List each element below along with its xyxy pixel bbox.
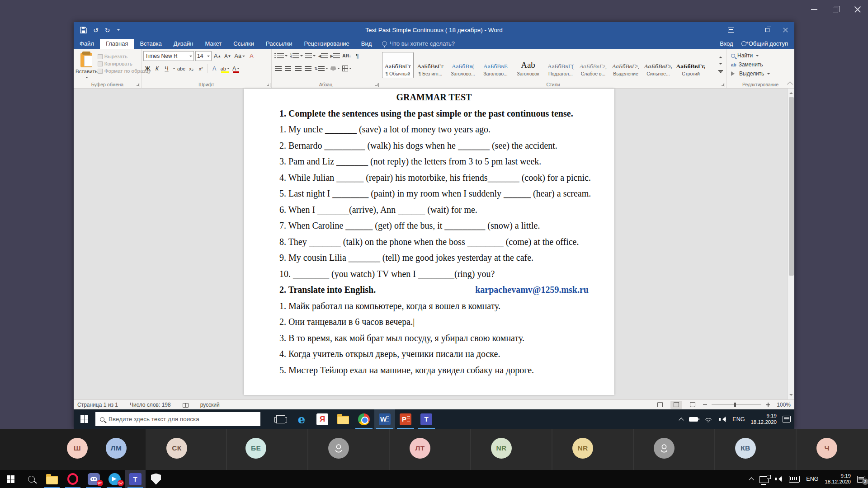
undo-icon[interactable]: ↺ [93,27,99,34]
clock[interactable]: 9:1918.12.2020 [750,413,777,425]
document-page[interactable]: GRAMMAR TEST 1. Complete the sentences u… [244,89,614,395]
word-restore-button[interactable] [758,22,776,38]
ribbon-tab[interactable]: Ссылки [227,39,260,49]
zoom-level[interactable]: 100% [774,402,791,408]
paste-button[interactable]: Вставить [75,51,98,80]
page-indicator[interactable]: Страница 1 из 1 [77,402,118,408]
shared-start-button[interactable] [74,409,94,429]
scroll-up-icon[interactable] [789,90,793,94]
discord-taskbar-button[interactable]: 9+ [83,470,104,488]
host-start-button[interactable] [0,470,21,488]
italic-button[interactable]: К [153,64,161,73]
vertical-scrollbar[interactable] [788,89,794,399]
task-view-button[interactable] [270,409,291,429]
clear-formatting-button[interactable]: А [247,52,256,61]
bold-button[interactable]: Ж [143,64,152,73]
align-right-button[interactable] [293,64,303,73]
scrollbar-thumb[interactable] [789,97,794,276]
styles-more-button[interactable] [718,70,723,75]
style-chip[interactable]: АаБбВвГг, Выделение [610,52,642,78]
style-chip[interactable]: АаБбВвГг ¶ Без инт... [415,52,446,78]
style-chip[interactable]: Аab Заголовок [512,52,544,78]
increase-indent-button[interactable]: ▶ [329,51,341,61]
style-chip[interactable]: АаБбВвЕ Заголово... [480,52,511,78]
wifi-icon[interactable] [704,416,713,422]
style-chip[interactable]: АаБбВвГ( Подзагол... [545,52,576,78]
zoom-in-button[interactable] [766,403,770,407]
align-left-button[interactable] [274,64,283,73]
chevron-up-icon[interactable] [749,477,754,482]
teams-taskbar-button[interactable]: T [416,409,437,429]
zoom-out-button[interactable] [703,404,707,405]
ribbon-tab[interactable]: Дизайн [168,39,199,49]
word-minimize-button[interactable] [740,22,758,38]
language-indicator[interactable]: русский [200,402,220,408]
participant[interactable]: КВ [735,438,756,459]
host-search-button[interactable] [21,470,42,488]
style-chip[interactable]: АаБбВвГг ¶ Обычный [382,52,414,78]
powerpoint-taskbar-button[interactable]: P [395,409,416,429]
read-mode-button[interactable] [654,401,666,409]
zoom-slider[interactable] [712,404,761,405]
opera-taskbar-button[interactable] [62,470,83,488]
styles-dialog-launcher[interactable] [721,83,725,87]
justify-button[interactable] [303,64,313,73]
ribbon-tab[interactable]: Макет [199,39,227,49]
shared-search-box[interactable]: Введите здесь текст для поиска [95,412,260,426]
decrease-indent-button[interactable]: ◀ [317,51,329,61]
strikethrough-button[interactable]: abc [176,64,186,73]
sort-button[interactable]: АЯ↓ [341,51,352,61]
subscript-button[interactable]: x₂ [187,64,196,73]
print-layout-button[interactable] [670,401,682,409]
shading-button[interactable] [330,64,341,73]
speaker-icon[interactable] [719,416,726,422]
web-layout-button[interactable] [687,401,698,409]
participant[interactable]: ЛМ [106,438,127,459]
outer-restore-button[interactable] [830,5,842,14]
battery-icon[interactable] [689,417,698,422]
speaker-icon[interactable] [775,476,783,482]
change-case-button[interactable]: Аа [234,52,246,61]
edge-taskbar-button[interactable]: e [291,409,312,429]
style-chip[interactable]: АаБбВв( Заголово... [447,52,479,78]
language-badge[interactable]: ENG [806,476,818,482]
shrink-font-button[interactable]: А▼ [223,52,232,61]
text-effects-button[interactable]: А [210,64,219,73]
share-button[interactable]: Общий доступ [741,40,788,47]
styles-scroll-up-icon[interactable] [719,55,722,58]
notification-center-icon[interactable]: 2 [857,476,865,483]
participant[interactable] [654,438,675,459]
show-marks-button[interactable]: ¶ [353,51,362,61]
zoom-slider-thumb[interactable] [734,403,736,407]
ribbon-tab[interactable]: Вид [355,39,378,49]
bullets-button[interactable] [274,51,288,61]
ribbon-tab[interactable]: Главная [100,39,134,49]
save-icon[interactable] [80,27,87,33]
ribbon-tab[interactable]: Рецензирование [298,39,355,49]
align-center-button[interactable] [283,64,293,73]
notification-center-icon[interactable] [783,416,791,422]
ribbon-tab[interactable]: Рассылки [260,39,298,49]
redo-icon[interactable]: ↻ [105,27,110,34]
clipboard-dialog-launcher[interactable] [136,83,140,87]
word-count[interactable]: Число слов: 198 [130,402,171,408]
participant[interactable]: NR [491,438,512,459]
underline-button[interactable]: Ч [162,64,171,73]
word-taskbar-button[interactable]: W [374,409,395,429]
numbering-button[interactable]: 123 [289,51,304,61]
grow-font-button[interactable]: А▲ [213,52,222,61]
participant[interactable]: Ч [816,438,837,459]
participant[interactable]: ЛТ [410,438,430,459]
chrome-taskbar-button[interactable] [354,409,374,429]
chevron-up-icon[interactable] [679,418,684,422]
style-chip[interactable]: АаБбВвГг, Строгий [675,52,707,78]
clock[interactable]: 9:1918.12.2020 [825,473,851,485]
font-name-combobox[interactable]: Times New R [143,51,194,61]
outer-minimize-button[interactable] [808,5,820,14]
participant[interactable]: БЕ [245,438,266,459]
line-spacing-button[interactable]: ⇅ [313,64,329,73]
language-badge[interactable]: ENG [732,416,745,422]
customize-qat-icon[interactable] [117,29,120,32]
host-teams-button[interactable]: T [125,470,146,488]
network-icon[interactable] [760,476,769,483]
